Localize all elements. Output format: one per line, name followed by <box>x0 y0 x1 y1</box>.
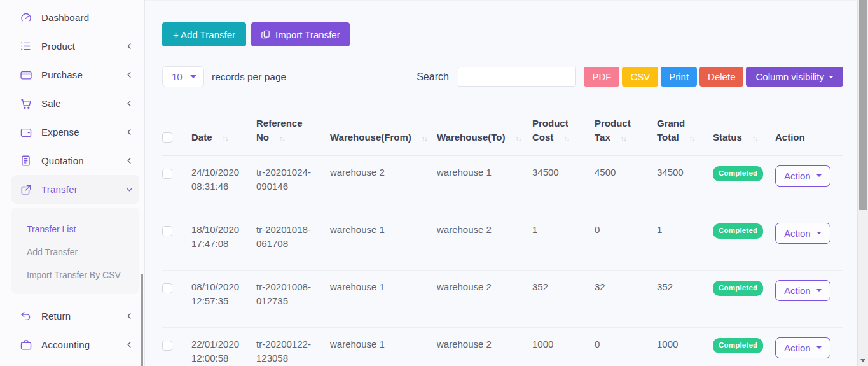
sidebar-item-label: Expense <box>41 127 125 137</box>
page-scrollbar-thumb[interactable] <box>859 0 867 210</box>
warehouse-from-cell: warehouse 2 <box>330 155 437 213</box>
product-tax-cell: 0 <box>595 327 657 366</box>
sidebar-item-transfer[interactable]: Transfer <box>11 175 139 204</box>
page-scrollbar[interactable] <box>857 0 868 366</box>
column-header-grand-total[interactable]: Grand Total↑↓ <box>657 106 713 156</box>
warehouse-to-cell: warehouse 2 <box>437 270 532 327</box>
grand-total-cell: 1000 <box>657 327 713 366</box>
action-button[interactable]: Action <box>775 165 830 187</box>
add-transfer-button[interactable]: + Add Transfer <box>162 22 246 46</box>
purchase-icon <box>19 68 32 81</box>
sort-icon: ↑↓ <box>516 134 521 142</box>
select-all-cell <box>162 106 191 156</box>
return-icon <box>19 309 32 323</box>
column-visibility-button[interactable]: Column visibility <box>746 67 843 87</box>
chevron-down-icon <box>816 289 822 292</box>
sidebar-scrollbar-thumb[interactable] <box>141 274 143 366</box>
grand-total-cell: 34500 <box>657 155 713 213</box>
column-header-warehouse-to[interactable]: Warehouse(To)↑↓ <box>437 106 532 156</box>
sidebar-item-hrm[interactable]: HRM <box>11 359 139 366</box>
sort-icon: ↑↓ <box>223 134 228 142</box>
chevron-left-icon <box>125 341 133 348</box>
status-badge: Completed <box>713 166 763 181</box>
date-cell: 18/10/2020 17:47:08 <box>191 213 256 270</box>
transfer-submenu: Transfer List Add Transfer Import Transf… <box>11 208 139 294</box>
product-tax-cell: 32 <box>595 270 657 327</box>
sidebar-item-label: Product <box>41 41 125 52</box>
reference-cell: tr-20200122-123058 <box>256 327 330 366</box>
sidebar-item-accounting[interactable]: Accounting <box>11 330 139 359</box>
delete-button[interactable]: Delete <box>699 67 743 87</box>
sidebar-item-label: Transfer <box>41 184 125 195</box>
warehouse-to-cell: warehouse 1 <box>437 155 532 213</box>
search-input[interactable] <box>458 67 576 87</box>
warehouse-from-cell: warehouse 1 <box>330 213 437 270</box>
import-transfer-button[interactable]: Import Transfer <box>251 22 350 46</box>
action-button[interactable]: Action <box>775 223 830 244</box>
chevron-left-icon <box>125 43 133 50</box>
sale-icon <box>19 97 32 110</box>
transfer-icon <box>19 183 32 196</box>
expense-icon <box>19 125 32 139</box>
table-row: 18/10/2020 17:47:08 tr-20201018-061708 w… <box>162 213 843 270</box>
records-per-page-select[interactable]: 10 <box>162 66 204 87</box>
reference-cell: tr-20201024-090146 <box>256 155 330 213</box>
sidebar-item-sale[interactable]: Sale <box>11 89 139 118</box>
column-header-product-cost[interactable]: Product Cost↑↓ <box>532 106 595 156</box>
warehouse-from-cell: warehouse 1 <box>330 270 437 327</box>
row-checkbox[interactable] <box>162 226 172 236</box>
product-cost-cell: 1 <box>532 213 595 270</box>
status-badge: Completed <box>713 338 763 353</box>
import-transfer-label: Import Transfer <box>275 29 340 40</box>
row-checkbox[interactable] <box>162 341 172 351</box>
column-header-product-tax[interactable]: Product Tax↑↓ <box>595 106 657 156</box>
action-button[interactable]: Action <box>775 337 830 358</box>
chevron-down-icon <box>829 76 834 78</box>
submenu-item-add-transfer[interactable]: Add Transfer <box>11 241 139 264</box>
product-cost-cell: 352 <box>532 270 595 327</box>
sidebar-item-label: Dashboard <box>41 12 133 23</box>
chevron-down-icon <box>816 174 822 177</box>
column-header-status[interactable]: Status↑↓ <box>713 106 775 156</box>
grand-total-cell: 1 <box>657 213 713 270</box>
sidebar-item-label: Sale <box>41 98 125 109</box>
sort-icon: ↑↓ <box>752 134 758 142</box>
column-header-date[interactable]: Date↑↓ <box>191 106 256 156</box>
accounting-icon <box>19 338 32 351</box>
sort-icon: ↑↓ <box>563 134 569 142</box>
column-visibility-label: Column visibility <box>755 71 824 82</box>
sidebar-item-expense[interactable]: Expense <box>11 118 139 146</box>
print-button[interactable]: Print <box>661 67 697 87</box>
page-size-value: 10 <box>172 71 183 82</box>
transfer-table: Date↑↓ Reference No↑↓ Warehouse(From)↑↓ … <box>162 106 843 366</box>
sidebar-item-quotation[interactable]: Quotation <box>11 146 139 175</box>
sidebar-item-purchase[interactable]: Purchase <box>11 60 139 89</box>
column-header-warehouse-from[interactable]: Warehouse(From)↑↓ <box>330 106 437 156</box>
product-cost-cell: 34500 <box>532 155 595 213</box>
warehouse-to-cell: warehouse 2 <box>437 213 532 270</box>
sidebar-item-product[interactable]: Product <box>11 32 139 60</box>
date-cell: 08/10/2020 12:57:35 <box>191 270 256 327</box>
status-badge: Completed <box>713 281 763 296</box>
chevron-left-icon <box>125 129 133 136</box>
column-header-reference-no[interactable]: Reference No↑↓ <box>256 106 330 156</box>
chevron-down-icon <box>816 346 822 349</box>
sidebar-item-label: Purchase <box>41 69 125 80</box>
sidebar-item-dashboard[interactable]: Dashboard <box>11 3 139 32</box>
scrollbar-down-arrow-icon[interactable] <box>860 359 865 362</box>
main-content: + Add Transfer Import Transfer 10 record… <box>145 0 857 366</box>
sidebar-item-return[interactable]: Return <box>11 302 139 330</box>
row-checkbox[interactable] <box>162 169 172 179</box>
pdf-button[interactable]: PDF <box>584 67 619 87</box>
sidebar: Dashboard Product Purchase Sale Expen <box>0 0 145 366</box>
submenu-item-import-transfer-csv[interactable]: Import Transfer By CSV <box>11 264 139 286</box>
submenu-item-transfer-list[interactable]: Transfer List <box>11 218 139 241</box>
chevron-left-icon <box>125 313 133 320</box>
sidebar-item-label: Quotation <box>41 155 125 166</box>
chevron-down-icon <box>190 75 196 78</box>
action-button[interactable]: Action <box>775 280 830 301</box>
select-all-checkbox[interactable] <box>162 132 172 143</box>
csv-button[interactable]: CSV <box>622 67 658 87</box>
product-icon <box>19 39 32 53</box>
row-checkbox[interactable] <box>162 283 172 293</box>
